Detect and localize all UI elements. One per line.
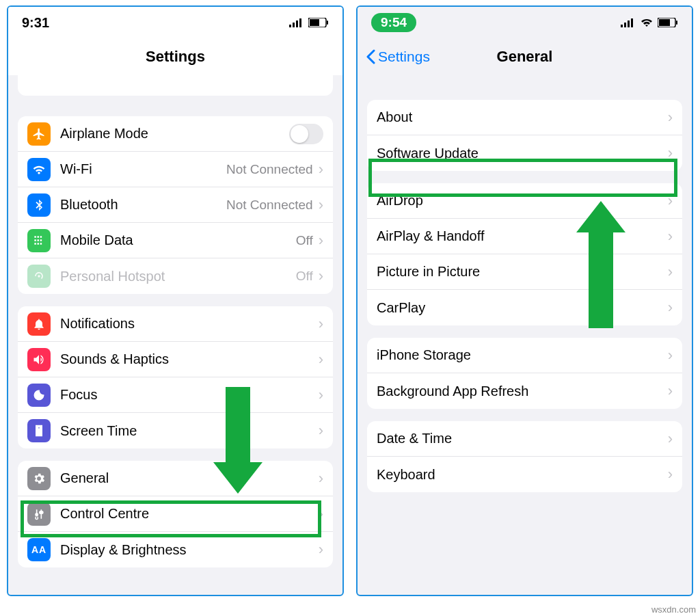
row-label: Display & Brightness	[60, 542, 319, 558]
row-airplay-handoff[interactable]: AirPlay & Handoff›	[367, 219, 682, 254]
display-icon: AA	[27, 538, 51, 561]
settings-group: AirDrop›AirPlay & Handoff›Picture in Pic…	[367, 183, 682, 325]
status-time-pill[interactable]: 9:54	[371, 13, 416, 32]
page-title: General	[497, 48, 553, 66]
row-label: Notifications	[60, 316, 319, 332]
row-label: Date & Time	[377, 431, 668, 446]
chevron-right-icon: ›	[668, 228, 673, 245]
svg-rect-1	[293, 23, 295, 27]
toggle-switch[interactable]	[289, 124, 323, 144]
chevron-right-icon: ›	[319, 386, 323, 404]
sound-icon	[27, 348, 51, 371]
row-label: Sounds & Haptics	[60, 351, 319, 367]
settings-group: About›Software Update›	[367, 100, 682, 171]
chevron-right-icon: ›	[319, 422, 323, 440]
phone-general: 9:54 A PUALS Settings General About›Soft…	[356, 5, 693, 596]
chevron-right-icon: ›	[319, 232, 323, 250]
row-label: Airplane Mode	[60, 126, 289, 142]
chevron-right-icon: ›	[319, 541, 323, 559]
battery-icon	[658, 18, 678, 27]
chevron-right-icon: ›	[668, 192, 673, 210]
row-date-time[interactable]: Date & Time›	[367, 421, 682, 457]
screen-icon	[27, 419, 51, 442]
cellular-signal-icon	[621, 18, 636, 27]
row-personal-hotspot: Personal HotspotOff›	[18, 258, 333, 294]
row-label: AirPlay & Handoff	[377, 228, 668, 244]
row-label: iPhone Storage	[377, 347, 668, 363]
row-value: Not Connected	[226, 162, 313, 177]
chevron-right-icon: ›	[319, 351, 323, 369]
nav-header: Settings General	[358, 38, 692, 75]
phone-settings: 9:31 A PUALS Settings Airplane ModeWi-Fi…	[7, 5, 344, 596]
cellular-signal-icon	[289, 18, 304, 27]
row-label: Background App Refresh	[377, 384, 668, 399]
row-label: General	[60, 470, 319, 486]
row-display-brightness[interactable]: AADisplay & Brightness›	[18, 532, 333, 567]
row-mobile-data[interactable]: Mobile DataOff›	[18, 223, 333, 258]
row-picture-in-picture[interactable]: Picture in Picture›	[367, 254, 682, 290]
row-wi-fi[interactable]: Wi-FiNot Connected›	[18, 152, 333, 187]
chevron-right-icon: ›	[668, 466, 673, 483]
settings-group: Notifications›Sounds & Haptics›Focus›Scr…	[18, 306, 333, 448]
chevron-right-icon: ›	[319, 161, 323, 178]
row-carplay[interactable]: CarPlay›	[367, 290, 682, 325]
row-label: Keyboard	[377, 467, 668, 483]
chevron-right-icon: ›	[319, 315, 323, 333]
settings-group: Date & Time›Keyboard›	[367, 421, 682, 492]
chevron-right-icon: ›	[668, 144, 673, 162]
row-label: Bluetooth	[60, 197, 226, 213]
row-sounds-haptics[interactable]: Sounds & Haptics›	[18, 342, 333, 377]
status-icons	[289, 18, 329, 27]
row-bluetooth[interactable]: BluetoothNot Connected›	[18, 187, 333, 223]
chevron-right-icon: ›	[319, 267, 323, 285]
svg-rect-10	[624, 23, 626, 27]
svg-rect-2	[296, 21, 298, 27]
row-control-centre[interactable]: Control Centre›	[18, 496, 333, 532]
svg-rect-3	[299, 18, 301, 27]
wifi-icon	[27, 158, 51, 181]
svg-rect-15	[676, 21, 677, 25]
page-title: Settings	[146, 48, 205, 66]
row-value: Off	[296, 233, 313, 248]
row-value: Not Connected	[226, 198, 313, 213]
row-label: Picture in Picture	[377, 264, 668, 280]
row-keyboard[interactable]: Keyboard›	[367, 457, 682, 492]
row-label: AirDrop	[377, 193, 668, 209]
row-iphone-storage[interactable]: iPhone Storage›	[367, 338, 682, 373]
status-icons	[621, 18, 678, 27]
svg-rect-0	[289, 25, 291, 27]
chevron-right-icon: ›	[319, 470, 323, 487]
row-airplane-mode[interactable]: Airplane Mode	[18, 116, 333, 152]
hotspot-icon	[27, 265, 51, 288]
back-button[interactable]: Settings	[366, 49, 430, 65]
svg-rect-14	[659, 19, 670, 26]
chevron-right-icon: ›	[319, 196, 323, 214]
focus-icon	[27, 384, 51, 407]
image-credit: wsxdn.com	[651, 604, 696, 615]
profile-card-partial[interactable]	[18, 75, 333, 96]
row-general[interactable]: General›	[18, 461, 333, 496]
row-focus[interactable]: Focus›	[18, 377, 333, 413]
row-screen-time[interactable]: Screen Time›	[18, 413, 333, 448]
status-bar: 9:54	[358, 7, 692, 38]
svg-rect-6	[327, 21, 328, 25]
row-label: Personal Hotspot	[60, 269, 296, 284]
svg-rect-11	[628, 21, 630, 27]
row-background-app-refresh[interactable]: Background App Refresh›	[367, 373, 682, 409]
settings-group: Airplane ModeWi-FiNot Connected›Bluetoot…	[18, 116, 333, 294]
mobile-icon	[27, 229, 51, 252]
settings-group: General›Control Centre›AADisplay & Brigh…	[18, 461, 333, 567]
chevron-right-icon: ›	[668, 382, 673, 400]
chevron-right-icon: ›	[668, 347, 673, 364]
chevron-right-icon: ›	[668, 263, 673, 281]
notif-icon	[27, 312, 51, 336]
status-bar: 9:31	[8, 7, 342, 38]
row-notifications[interactable]: Notifications›	[18, 306, 333, 342]
row-label: Focus	[60, 387, 319, 403]
row-about[interactable]: About›	[367, 100, 682, 135]
row-software-update[interactable]: Software Update›	[367, 135, 682, 171]
bt-icon	[27, 193, 51, 217]
row-airdrop[interactable]: AirDrop›	[367, 183, 682, 219]
chevron-right-icon: ›	[668, 109, 673, 126]
settings-group: iPhone Storage›Background App Refresh›	[367, 338, 682, 409]
